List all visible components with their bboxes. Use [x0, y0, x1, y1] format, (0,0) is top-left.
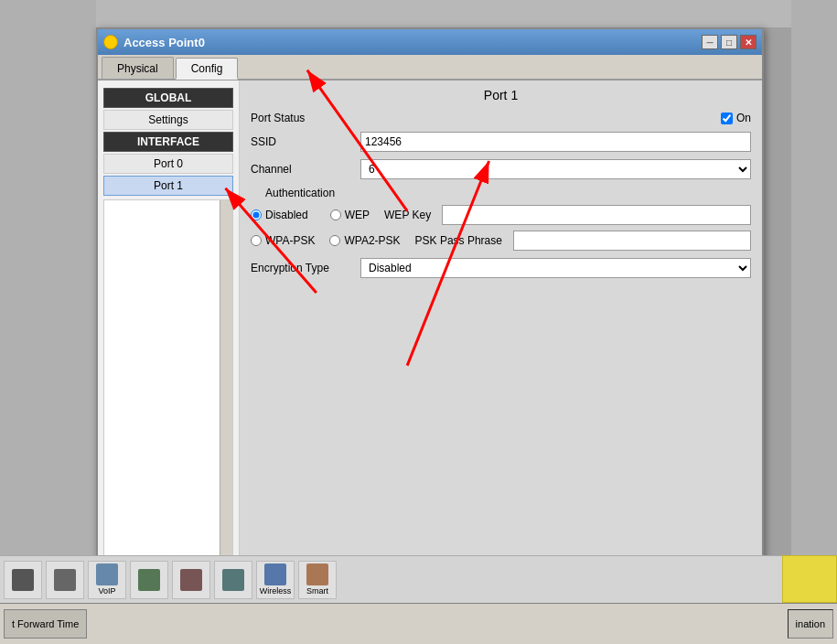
title-bar-buttons: ─ □ ✕ — [702, 35, 757, 49]
window-title: Access Point0 — [123, 36, 205, 49]
radio-disabled-input[interactable] — [251, 209, 262, 220]
encryption-select[interactable]: Disabled WEP WPA WPA2 — [360, 258, 751, 278]
tab-physical[interactable]: Physical — [102, 57, 174, 79]
port-status-checkbox[interactable] — [721, 113, 733, 124]
radio-wep-label: WEP — [345, 209, 370, 221]
title-bar: Access Point0 ─ □ ✕ — [98, 29, 762, 55]
auth-title: Authentication — [251, 187, 751, 199]
psk-pass-phrase-label: PSK Pass Phrase — [415, 234, 502, 247]
auth-section: Authentication Disabled WEP WEP Key — [251, 187, 751, 251]
bottom-icon-voip-label: VoIP — [98, 586, 115, 596]
port-status-label: Port Status — [251, 112, 721, 124]
bottom-icon-1[interactable] — [46, 561, 84, 599]
taskbar-item[interactable]: t Forward Time — [4, 609, 87, 639]
taskbar-right: ination — [788, 609, 833, 639]
wep-key-input[interactable] — [442, 205, 751, 225]
encryption-label: Encryption Type — [251, 262, 360, 274]
radio-wpa-psk: WPA-PSK — [251, 234, 315, 247]
ssid-row: SSID — [251, 132, 751, 152]
port-status-check: On — [721, 112, 751, 124]
port-status-row: Port Status On — [251, 112, 751, 124]
bg-right — [791, 0, 837, 604]
auth-row-1: Disabled WEP WEP Key — [251, 205, 751, 225]
interface-header: INTERFACE — [103, 132, 233, 152]
bottom-icon-4[interactable] — [172, 561, 210, 599]
bottom-icon-0[interactable] — [4, 561, 42, 599]
global-header: GLOBAL — [103, 88, 233, 108]
window-icon — [103, 35, 118, 49]
sidebar: GLOBAL Settings INTERFACE Port 0 Port 1 — [98, 80, 240, 584]
sidebar-settings[interactable]: Settings — [103, 110, 233, 130]
port-status-on-label: On — [736, 112, 751, 124]
radio-wep: WEP — [330, 209, 370, 221]
wep-key-label: WEP Key — [384, 209, 431, 221]
channel-row: Channel 12345 67891011 — [251, 159, 751, 179]
bottom-icon-3[interactable] — [130, 561, 168, 599]
main-panel: Port 1 Port Status On SSID Channel 12345 — [240, 80, 762, 584]
yellow-strip — [782, 555, 837, 603]
bg-left — [0, 0, 96, 604]
psk-pass-phrase-input[interactable] — [513, 231, 751, 251]
radio-disabled: Disabled — [251, 209, 308, 221]
sidebar-scrollbar[interactable] — [220, 200, 232, 575]
sidebar-scroll-area — [103, 199, 233, 576]
encryption-row: Encryption Type Disabled WEP WPA WPA2 — [251, 258, 751, 278]
radio-wpa2-psk-input[interactable] — [329, 235, 340, 246]
radio-wep-input[interactable] — [330, 209, 341, 220]
close-button[interactable]: ✕ — [740, 35, 757, 49]
channel-select[interactable]: 12345 67891011 — [360, 159, 751, 179]
bottom-icon-smart[interactable]: Smart — [298, 561, 337, 599]
ssid-input[interactable] — [360, 132, 751, 152]
taskbar-right-label: ination — [796, 618, 825, 629]
channel-label: Channel — [251, 163, 360, 176]
taskbar: t Forward Time ination — [0, 603, 837, 644]
radio-wpa-psk-input[interactable] — [251, 235, 262, 246]
minimize-button[interactable]: ─ — [702, 35, 718, 49]
radio-wpa-psk-label: WPA-PSK — [265, 234, 315, 247]
radio-disabled-label: Disabled — [265, 209, 308, 221]
ssid-label: SSID — [251, 135, 360, 148]
bottom-icon-5[interactable] — [214, 561, 252, 599]
sidebar-port0[interactable]: Port 0 — [103, 154, 233, 174]
bg-top — [0, 0, 837, 27]
auth-row-2: WPA-PSK WPA2-PSK PSK Pass Phrase — [251, 231, 751, 251]
taskbar-item-label: t Forward Time — [12, 618, 79, 629]
access-point-window: Access Point0 ─ □ ✕ Physical Config GLOB… — [96, 27, 764, 585]
bottom-icon-wireless-label: Wireless — [260, 586, 292, 596]
bottom-icon-voip[interactable]: VoIP — [88, 561, 126, 599]
tab-bar: Physical Config — [98, 55, 762, 80]
sidebar-port1[interactable]: Port 1 — [103, 176, 233, 196]
bottom-icon-smart-label: Smart — [306, 586, 328, 596]
radio-wpa2-psk-label: WPA2-PSK — [344, 234, 400, 247]
maximize-button[interactable]: □ — [721, 35, 737, 49]
tab-config[interactable]: Config — [176, 58, 239, 80]
port-title: Port 1 — [251, 88, 751, 102]
content-area: GLOBAL Settings INTERFACE Port 0 Port 1 … — [98, 80, 762, 584]
bottom-icon-wireless[interactable]: Wireless — [256, 561, 295, 599]
radio-wpa2-psk: WPA2-PSK — [329, 234, 400, 247]
bottom-strip: VoIP Wireless Smart — [0, 555, 782, 603]
